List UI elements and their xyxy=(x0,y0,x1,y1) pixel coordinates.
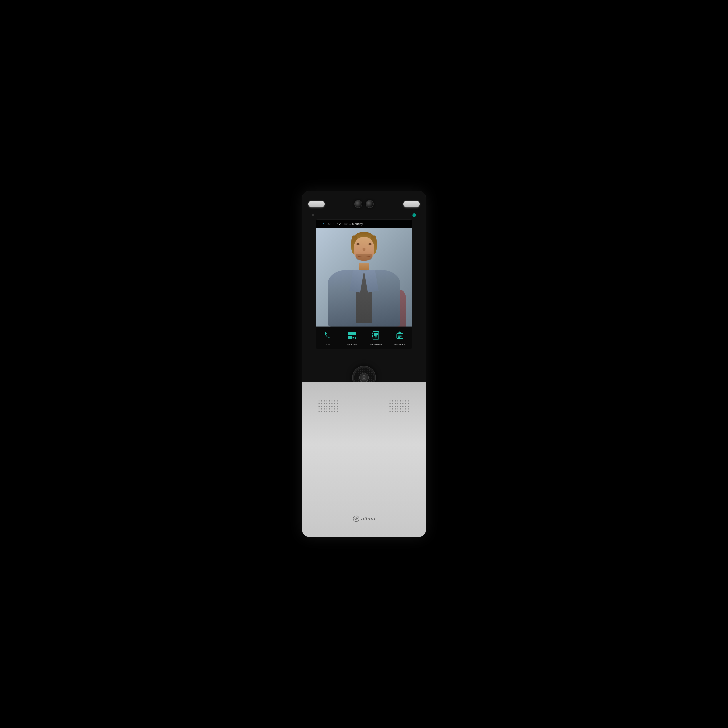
grille-dot xyxy=(329,411,330,412)
call-icon-wrap xyxy=(322,329,334,342)
svg-rect-5 xyxy=(349,337,351,338)
grille-dot xyxy=(402,401,404,401)
nose xyxy=(362,248,366,251)
grille-dot xyxy=(400,408,401,410)
grille-dot xyxy=(402,403,404,404)
grille-dot xyxy=(326,403,327,404)
grille-dot xyxy=(395,411,396,412)
grille-dot xyxy=(402,408,404,410)
grille-dot xyxy=(337,403,338,404)
grille-dot xyxy=(397,406,398,407)
svg-rect-3 xyxy=(349,333,351,334)
grille-dot xyxy=(395,406,396,407)
grille-dot xyxy=(402,411,404,412)
menu-item-call[interactable]: Call xyxy=(316,329,340,346)
publish-icon xyxy=(395,330,405,340)
grille-dot xyxy=(337,411,338,412)
camera-lens-right xyxy=(366,200,374,208)
grille-dot xyxy=(334,406,335,407)
speaker-grille-left xyxy=(318,401,338,413)
grille-dot xyxy=(324,408,325,410)
phonebook-label: PhoneBook xyxy=(370,343,382,346)
grille-dot xyxy=(318,406,320,407)
grille-dot xyxy=(397,401,398,401)
grille-dot xyxy=(395,408,396,410)
camera-bar xyxy=(308,196,420,212)
grille-dot xyxy=(408,408,409,410)
grille-dot xyxy=(326,406,327,407)
grille-dot xyxy=(326,408,327,410)
grille-dot xyxy=(318,403,320,404)
grille-dot xyxy=(324,411,325,412)
grille-dot xyxy=(405,403,406,404)
brand-logo: alhua xyxy=(353,515,376,522)
grille-dot xyxy=(321,406,322,407)
publish-label: Publish Info xyxy=(394,343,406,346)
camera-lens-left xyxy=(354,200,362,208)
grille-dot xyxy=(400,406,401,407)
main-person-figure xyxy=(327,232,401,327)
grille-dot xyxy=(390,408,391,410)
grille-dot xyxy=(321,411,322,412)
grille-dot xyxy=(392,406,393,407)
grille-dot xyxy=(318,411,320,412)
eye-right xyxy=(369,243,372,245)
call-icon xyxy=(323,330,333,340)
grille-dot xyxy=(408,403,409,404)
grille-dot xyxy=(390,411,391,412)
bluetooth-icon: ✦ xyxy=(323,222,325,226)
grille-dot xyxy=(318,408,320,410)
dual-camera xyxy=(354,200,374,208)
menu-item-qr[interactable]: QR Code xyxy=(340,329,364,346)
eyes-row xyxy=(356,243,372,245)
grille-dot xyxy=(405,408,406,410)
publish-icon-wrap xyxy=(394,329,406,342)
menu-bar: Call xyxy=(316,327,412,349)
grille-dot xyxy=(321,408,322,410)
grille-dot xyxy=(395,403,396,404)
grille-dot xyxy=(337,408,338,410)
grille-dot xyxy=(402,406,404,407)
grille-dot xyxy=(321,403,322,404)
grille-dot xyxy=(334,411,335,412)
speaker-icon-center xyxy=(359,373,369,382)
grille-dot xyxy=(397,403,398,404)
grille-dot xyxy=(334,403,335,404)
grille-dot xyxy=(392,411,393,412)
eye-left xyxy=(356,243,359,245)
phonebook-icon-wrap xyxy=(370,329,382,342)
grille-dot xyxy=(329,401,330,401)
grille-dot xyxy=(332,411,332,412)
grille-dot xyxy=(334,408,335,410)
grille-dot xyxy=(326,411,327,412)
svg-rect-4 xyxy=(353,333,355,334)
grille-dot xyxy=(405,401,406,401)
grille-dot xyxy=(392,401,393,401)
grille-dot xyxy=(332,401,332,401)
grille-dot xyxy=(321,401,322,401)
speaker-grilles xyxy=(318,401,410,413)
grille-dot xyxy=(405,411,406,412)
svg-rect-16 xyxy=(397,333,403,338)
grille-dot xyxy=(390,406,391,407)
qr-icon xyxy=(347,330,357,340)
svg-point-15 xyxy=(375,336,377,338)
speaker-grille-right xyxy=(390,401,410,413)
device-bottom-section: alhua xyxy=(302,382,426,537)
grille-dot xyxy=(324,401,325,401)
person-head-area xyxy=(350,232,378,263)
menu-item-phonebook[interactable]: PhoneBook xyxy=(364,329,388,346)
grille-dot xyxy=(324,406,325,407)
face xyxy=(354,237,374,261)
menu-item-publish[interactable]: Publish Info xyxy=(388,329,412,346)
grille-dot xyxy=(334,401,335,401)
camera-feed xyxy=(316,228,412,327)
svg-marker-17 xyxy=(398,331,402,333)
grille-dot xyxy=(332,406,332,407)
grille-dot xyxy=(397,408,398,410)
main-screen[interactable]: ☰ ✦ 2019-07-29 14:55 Monday xyxy=(316,219,412,349)
datetime-display: 2019-07-29 14:55 Monday xyxy=(327,222,363,226)
brand-logo-icon xyxy=(353,515,360,522)
grille-dot xyxy=(392,403,393,404)
qr-icon-wrap xyxy=(346,329,358,342)
